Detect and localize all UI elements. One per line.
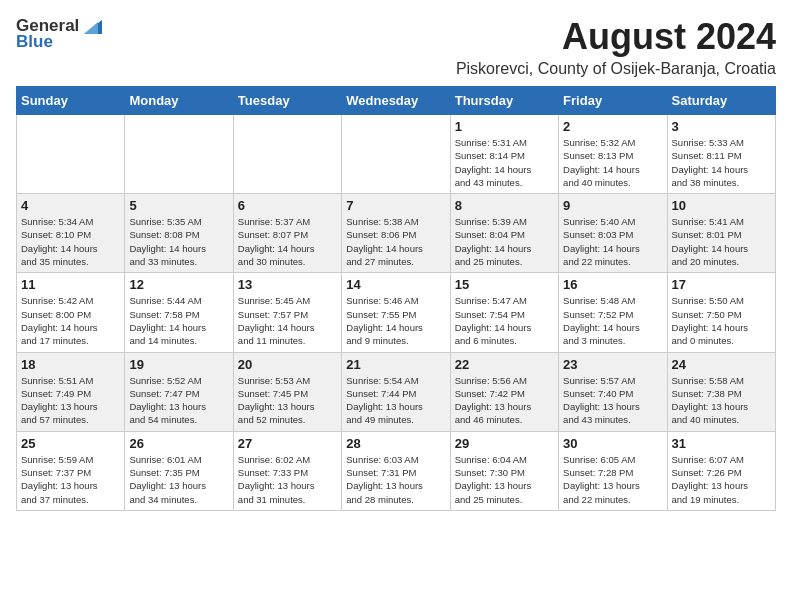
calendar-day-26: 26Sunrise: 6:01 AM Sunset: 7:35 PM Dayli… (125, 431, 233, 510)
day-number: 22 (455, 357, 554, 372)
day-info: Sunrise: 5:40 AM Sunset: 8:03 PM Dayligh… (563, 215, 662, 268)
calendar-day-7: 7Sunrise: 5:38 AM Sunset: 8:06 PM Daylig… (342, 194, 450, 273)
calendar-day-22: 22Sunrise: 5:56 AM Sunset: 7:42 PM Dayli… (450, 352, 558, 431)
day-info: Sunrise: 5:39 AM Sunset: 8:04 PM Dayligh… (455, 215, 554, 268)
day-number: 23 (563, 357, 662, 372)
day-info: Sunrise: 6:02 AM Sunset: 7:33 PM Dayligh… (238, 453, 337, 506)
day-number: 9 (563, 198, 662, 213)
calendar-day-31: 31Sunrise: 6:07 AM Sunset: 7:26 PM Dayli… (667, 431, 775, 510)
day-info: Sunrise: 5:54 AM Sunset: 7:44 PM Dayligh… (346, 374, 445, 427)
calendar-day-23: 23Sunrise: 5:57 AM Sunset: 7:40 PM Dayli… (559, 352, 667, 431)
calendar: SundayMondayTuesdayWednesdayThursdayFrid… (16, 86, 776, 511)
month-year: August 2024 (456, 16, 776, 58)
day-number: 6 (238, 198, 337, 213)
day-number: 5 (129, 198, 228, 213)
calendar-week-row: 25Sunrise: 5:59 AM Sunset: 7:37 PM Dayli… (17, 431, 776, 510)
day-info: Sunrise: 5:58 AM Sunset: 7:38 PM Dayligh… (672, 374, 771, 427)
calendar-day-18: 18Sunrise: 5:51 AM Sunset: 7:49 PM Dayli… (17, 352, 125, 431)
calendar-week-row: 1Sunrise: 5:31 AM Sunset: 8:14 PM Daylig… (17, 115, 776, 194)
calendar-day-12: 12Sunrise: 5:44 AM Sunset: 7:58 PM Dayli… (125, 273, 233, 352)
calendar-day-21: 21Sunrise: 5:54 AM Sunset: 7:44 PM Dayli… (342, 352, 450, 431)
day-number: 19 (129, 357, 228, 372)
calendar-day-1: 1Sunrise: 5:31 AM Sunset: 8:14 PM Daylig… (450, 115, 558, 194)
calendar-empty-cell (233, 115, 341, 194)
day-info: Sunrise: 6:04 AM Sunset: 7:30 PM Dayligh… (455, 453, 554, 506)
weekday-header-row: SundayMondayTuesdayWednesdayThursdayFrid… (17, 87, 776, 115)
day-info: Sunrise: 5:41 AM Sunset: 8:01 PM Dayligh… (672, 215, 771, 268)
day-info: Sunrise: 5:44 AM Sunset: 7:58 PM Dayligh… (129, 294, 228, 347)
day-info: Sunrise: 5:42 AM Sunset: 8:00 PM Dayligh… (21, 294, 120, 347)
day-number: 31 (672, 436, 771, 451)
calendar-day-6: 6Sunrise: 5:37 AM Sunset: 8:07 PM Daylig… (233, 194, 341, 273)
day-info: Sunrise: 5:56 AM Sunset: 7:42 PM Dayligh… (455, 374, 554, 427)
day-info: Sunrise: 5:45 AM Sunset: 7:57 PM Dayligh… (238, 294, 337, 347)
day-info: Sunrise: 5:46 AM Sunset: 7:55 PM Dayligh… (346, 294, 445, 347)
day-info: Sunrise: 5:51 AM Sunset: 7:49 PM Dayligh… (21, 374, 120, 427)
location: Piskorevci, County of Osijek-Baranja, Cr… (456, 60, 776, 78)
calendar-day-16: 16Sunrise: 5:48 AM Sunset: 7:52 PM Dayli… (559, 273, 667, 352)
day-number: 24 (672, 357, 771, 372)
calendar-week-row: 18Sunrise: 5:51 AM Sunset: 7:49 PM Dayli… (17, 352, 776, 431)
calendar-day-25: 25Sunrise: 5:59 AM Sunset: 7:37 PM Dayli… (17, 431, 125, 510)
day-number: 16 (563, 277, 662, 292)
calendar-day-9: 9Sunrise: 5:40 AM Sunset: 8:03 PM Daylig… (559, 194, 667, 273)
calendar-day-24: 24Sunrise: 5:58 AM Sunset: 7:38 PM Dayli… (667, 352, 775, 431)
day-number: 21 (346, 357, 445, 372)
weekday-header-saturday: Saturday (667, 87, 775, 115)
day-info: Sunrise: 6:03 AM Sunset: 7:31 PM Dayligh… (346, 453, 445, 506)
day-info: Sunrise: 5:31 AM Sunset: 8:14 PM Dayligh… (455, 136, 554, 189)
day-number: 2 (563, 119, 662, 134)
day-info: Sunrise: 5:35 AM Sunset: 8:08 PM Dayligh… (129, 215, 228, 268)
day-info: Sunrise: 6:05 AM Sunset: 7:28 PM Dayligh… (563, 453, 662, 506)
day-info: Sunrise: 5:47 AM Sunset: 7:54 PM Dayligh… (455, 294, 554, 347)
calendar-week-row: 11Sunrise: 5:42 AM Sunset: 8:00 PM Dayli… (17, 273, 776, 352)
day-info: Sunrise: 5:33 AM Sunset: 8:11 PM Dayligh… (672, 136, 771, 189)
calendar-day-3: 3Sunrise: 5:33 AM Sunset: 8:11 PM Daylig… (667, 115, 775, 194)
day-number: 20 (238, 357, 337, 372)
calendar-day-27: 27Sunrise: 6:02 AM Sunset: 7:33 PM Dayli… (233, 431, 341, 510)
logo: General Blue (16, 16, 102, 52)
calendar-week-row: 4Sunrise: 5:34 AM Sunset: 8:10 PM Daylig… (17, 194, 776, 273)
day-number: 13 (238, 277, 337, 292)
weekday-header-thursday: Thursday (450, 87, 558, 115)
calendar-day-29: 29Sunrise: 6:04 AM Sunset: 7:30 PM Dayli… (450, 431, 558, 510)
weekday-header-monday: Monday (125, 87, 233, 115)
weekday-header-sunday: Sunday (17, 87, 125, 115)
day-number: 10 (672, 198, 771, 213)
day-info: Sunrise: 5:52 AM Sunset: 7:47 PM Dayligh… (129, 374, 228, 427)
calendar-day-5: 5Sunrise: 5:35 AM Sunset: 8:08 PM Daylig… (125, 194, 233, 273)
logo-blue-text: Blue (16, 32, 53, 52)
calendar-day-14: 14Sunrise: 5:46 AM Sunset: 7:55 PM Dayli… (342, 273, 450, 352)
day-info: Sunrise: 5:37 AM Sunset: 8:07 PM Dayligh… (238, 215, 337, 268)
weekday-header-tuesday: Tuesday (233, 87, 341, 115)
day-number: 27 (238, 436, 337, 451)
weekday-header-wednesday: Wednesday (342, 87, 450, 115)
svg-marker-1 (84, 22, 98, 34)
day-number: 28 (346, 436, 445, 451)
calendar-day-15: 15Sunrise: 5:47 AM Sunset: 7:54 PM Dayli… (450, 273, 558, 352)
day-number: 12 (129, 277, 228, 292)
day-number: 4 (21, 198, 120, 213)
day-number: 18 (21, 357, 120, 372)
calendar-empty-cell (342, 115, 450, 194)
calendar-day-4: 4Sunrise: 5:34 AM Sunset: 8:10 PM Daylig… (17, 194, 125, 273)
calendar-day-19: 19Sunrise: 5:52 AM Sunset: 7:47 PM Dayli… (125, 352, 233, 431)
calendar-day-13: 13Sunrise: 5:45 AM Sunset: 7:57 PM Dayli… (233, 273, 341, 352)
calendar-day-2: 2Sunrise: 5:32 AM Sunset: 8:13 PM Daylig… (559, 115, 667, 194)
day-info: Sunrise: 5:32 AM Sunset: 8:13 PM Dayligh… (563, 136, 662, 189)
day-number: 30 (563, 436, 662, 451)
day-number: 7 (346, 198, 445, 213)
day-info: Sunrise: 5:59 AM Sunset: 7:37 PM Dayligh… (21, 453, 120, 506)
day-number: 14 (346, 277, 445, 292)
day-info: Sunrise: 5:53 AM Sunset: 7:45 PM Dayligh… (238, 374, 337, 427)
day-info: Sunrise: 5:48 AM Sunset: 7:52 PM Dayligh… (563, 294, 662, 347)
logo-icon (80, 16, 102, 34)
calendar-day-10: 10Sunrise: 5:41 AM Sunset: 8:01 PM Dayli… (667, 194, 775, 273)
day-number: 15 (455, 277, 554, 292)
day-info: Sunrise: 5:38 AM Sunset: 8:06 PM Dayligh… (346, 215, 445, 268)
calendar-day-11: 11Sunrise: 5:42 AM Sunset: 8:00 PM Dayli… (17, 273, 125, 352)
weekday-header-friday: Friday (559, 87, 667, 115)
day-info: Sunrise: 6:07 AM Sunset: 7:26 PM Dayligh… (672, 453, 771, 506)
day-number: 17 (672, 277, 771, 292)
day-number: 25 (21, 436, 120, 451)
